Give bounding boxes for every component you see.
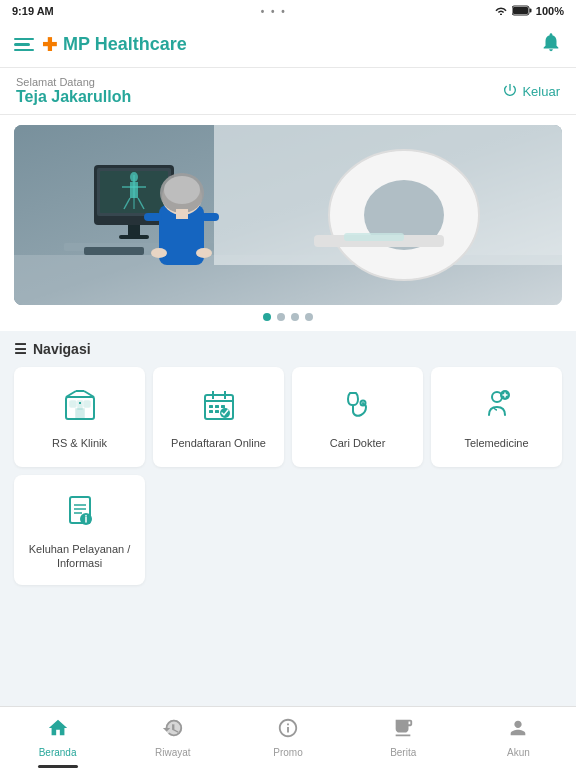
app-header: ✚ MP Healthcare — [0, 22, 576, 68]
carousel-dot-4[interactable] — [305, 313, 313, 321]
keluhan-label: Keluhan Pelayanan / Informasi — [22, 542, 137, 571]
svg-rect-46 — [209, 405, 213, 408]
nav-title-label: Navigasi — [33, 341, 91, 357]
svg-rect-27 — [176, 209, 188, 219]
greeting-label: Selamat Datang — [16, 76, 131, 88]
battery-icon — [512, 5, 532, 18]
svg-rect-49 — [209, 410, 213, 413]
wifi-icon — [494, 5, 508, 17]
tab-beranda[interactable]: Beranda — [0, 707, 115, 768]
tab-bar: Beranda Riwayat Promo Berita Akun — [0, 706, 576, 768]
svg-rect-1 — [513, 7, 528, 14]
tab-riwayat[interactable]: Riwayat — [115, 707, 230, 768]
nav-card-rs-klinik[interactable]: RS & Klinik — [14, 367, 145, 467]
tab-berita[interactable]: Berita — [346, 707, 461, 768]
welcome-text: Selamat Datang Teja Jakarulloh — [16, 76, 131, 106]
svg-rect-22 — [84, 247, 144, 255]
navigation-section: ☰ Navigasi — [0, 331, 576, 595]
main-content: ☰ Navigasi — [0, 115, 576, 707]
svg-rect-28 — [144, 213, 162, 221]
telemedicine-icon — [479, 387, 515, 428]
svg-rect-15 — [130, 182, 138, 198]
svg-point-26 — [164, 176, 200, 204]
tab-akun-label: Akun — [507, 747, 530, 758]
svg-rect-20 — [119, 235, 149, 239]
tab-riwayat-label: Riwayat — [155, 747, 191, 758]
welcome-bar: Selamat Datang Teja Jakarulloh Keluar — [0, 68, 576, 115]
svg-rect-9 — [344, 233, 404, 241]
app-title: MP Healthcare — [63, 34, 187, 55]
pendaftaran-label: Pendaftaran Online — [171, 436, 266, 450]
logout-button[interactable]: Keluar — [502, 82, 560, 101]
logo-area: ✚ MP Healthcare — [14, 34, 187, 56]
svg-rect-33 — [76, 409, 84, 419]
carousel-container — [0, 115, 576, 331]
logout-label: Keluar — [522, 84, 560, 99]
rs-klinik-label: RS & Klinik — [52, 436, 107, 450]
carousel-dot-1[interactable] — [263, 313, 271, 321]
battery-pct: 100% — [536, 5, 564, 17]
tab-promo-label: Promo — [273, 747, 302, 758]
tab-promo[interactable]: Promo — [230, 707, 345, 768]
nav-card-telemedicine[interactable]: Telemedicine — [431, 367, 562, 467]
status-center: • • • — [261, 6, 287, 17]
home-icon — [47, 717, 69, 744]
svg-rect-2 — [529, 8, 531, 12]
svg-rect-19 — [128, 225, 140, 235]
username-label: Teja Jakarulloh — [16, 88, 131, 106]
promo-icon — [277, 717, 299, 744]
svg-point-54 — [362, 402, 364, 404]
nav-grid-row1: RS & Klinik — [14, 367, 562, 467]
info-icon — [62, 493, 98, 534]
tab-berita-label: Berita — [390, 747, 416, 758]
carousel-dot-3[interactable] — [291, 313, 299, 321]
tab-akun[interactable]: Akun — [461, 707, 576, 768]
status-bar: 9:19 AM • • • 100% — [0, 0, 576, 22]
svg-point-65 — [85, 515, 87, 517]
account-icon — [507, 717, 529, 744]
hospital-icon — [62, 387, 98, 428]
svg-rect-35 — [70, 401, 76, 407]
nav-card-cari-dokter[interactable]: Cari Dokter — [292, 367, 423, 467]
hamburger-icon: ☰ — [14, 341, 27, 357]
svg-point-14 — [130, 172, 138, 182]
carousel-scene — [14, 125, 562, 305]
svg-rect-48 — [221, 405, 225, 408]
nav-grid-row2: Keluhan Pelayanan / Informasi — [14, 475, 562, 585]
nav-card-pendaftaran[interactable]: Pendaftaran Online — [153, 367, 284, 467]
power-icon — [502, 82, 518, 101]
logo-cross-icon: ✚ — [42, 34, 57, 56]
status-time: 9:19 AM — [12, 5, 54, 17]
svg-point-31 — [196, 248, 212, 258]
svg-rect-36 — [84, 401, 90, 407]
carousel-dot-2[interactable] — [277, 313, 285, 321]
tab-beranda-label: Beranda — [39, 747, 77, 758]
svg-rect-47 — [215, 405, 219, 408]
logo-lines-icon — [14, 38, 34, 52]
svg-point-30 — [151, 248, 167, 258]
nav-card-keluhan[interactable]: Keluhan Pelayanan / Informasi — [14, 475, 145, 585]
notification-bell-icon[interactable] — [540, 31, 562, 58]
telemedicine-label: Telemedicine — [464, 436, 528, 450]
history-icon — [162, 717, 184, 744]
carousel-image — [14, 125, 562, 305]
news-icon — [392, 717, 414, 744]
carousel-dots — [14, 313, 562, 321]
status-icons: 100% — [494, 5, 564, 18]
stethoscope-icon — [340, 387, 376, 428]
svg-rect-29 — [201, 213, 219, 221]
nav-section-title: ☰ Navigasi — [14, 341, 562, 357]
cari-dokter-label: Cari Dokter — [330, 436, 386, 450]
calendar-icon — [201, 387, 237, 428]
svg-rect-50 — [215, 410, 219, 413]
